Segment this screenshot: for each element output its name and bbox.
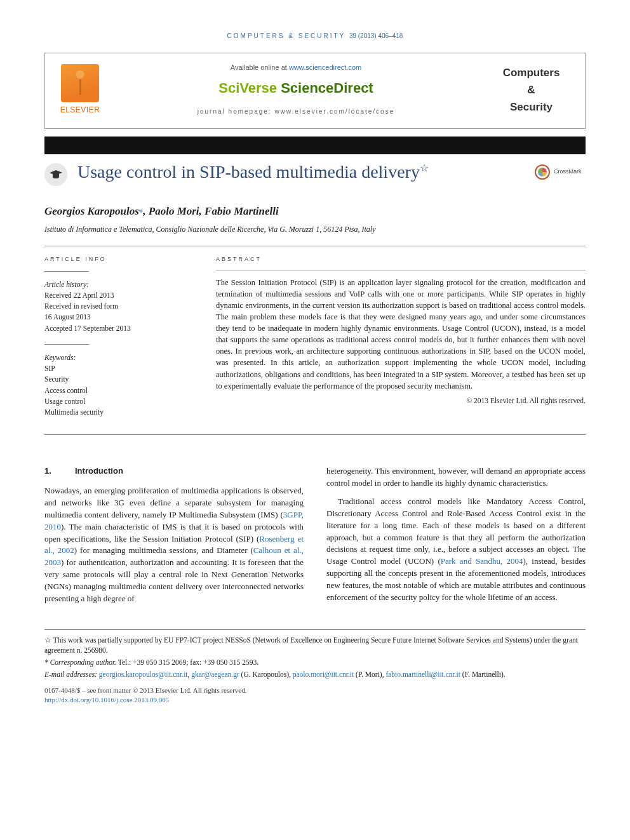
elsevier-logo: ELSEVIER xyxy=(58,64,102,116)
keyword: Multimedia security xyxy=(44,407,191,418)
rule-short xyxy=(44,344,89,345)
crossmark-icon xyxy=(535,164,550,180)
doi-link[interactable]: http://dx.doi.org/10.1016/j.cose.2013.09… xyxy=(44,696,169,703)
email-link[interactable]: fabio.martinelli@iit.cnr.it xyxy=(385,670,460,678)
sciverse-sciencedirect-logo: SciVerse ScienceDirect xyxy=(115,78,477,98)
elsevier-tree-icon xyxy=(61,64,99,102)
abstract-text: The Session Initiation Protocol (SIP) is… xyxy=(216,277,586,392)
footnotes: ☆ This work was partially supported by E… xyxy=(44,629,586,705)
article-title: Usage control in SIP-based multimedia de… xyxy=(77,161,525,183)
section-divider-bar xyxy=(44,137,586,154)
footnote-emails: E-mail addresses: georgios.karopoulos@ii… xyxy=(44,669,586,679)
sciencedirect-link[interactable]: www.sciencedirect.com xyxy=(289,63,361,71)
email-link[interactable]: georgios.karopoulos@iit.cnr.it xyxy=(99,670,188,678)
rule xyxy=(216,270,586,270)
journal-name-box: Computers & Security xyxy=(490,64,572,116)
email-link[interactable]: paolo.mori@iit.cnr.it xyxy=(293,670,354,678)
citation-pages: 39 (2013) 406–418 xyxy=(349,32,403,39)
keyword: SIP xyxy=(44,363,191,374)
footnote-funding: ☆ This work was partially supported by E… xyxy=(44,635,586,655)
rule xyxy=(44,434,586,435)
authors-line: Georgios Karopoulos*, Paolo Mori, Fabio … xyxy=(44,204,586,220)
journal-caps: COMPUTERS & SECURITY xyxy=(227,32,346,39)
email-link[interactable]: gkar@aegean.gr xyxy=(191,670,239,678)
section-heading-1: 1.Introduction xyxy=(44,465,304,477)
article-info-column: ARTICLE INFO Article history: Received 2… xyxy=(44,255,191,429)
footnote-corresponding: * Corresponding author. Tel.: +39 050 31… xyxy=(44,657,586,667)
crossmark-badge[interactable]: CrossMark xyxy=(535,164,586,180)
rule xyxy=(44,246,586,246)
citation-link[interactable]: Park and Sandhu, 2004 xyxy=(441,556,523,566)
title-footnote-star: ☆ xyxy=(420,162,429,173)
paragraph: heterogeneity. This environment, however… xyxy=(326,465,586,490)
academic-cap-icon xyxy=(44,163,67,186)
keyword: Usage control xyxy=(44,396,191,407)
rule-short xyxy=(44,271,89,272)
abstract-copyright: © 2013 Elsevier Ltd. All rights reserved… xyxy=(216,396,586,406)
keywords-block: Keywords: SIP Security Access control Us… xyxy=(44,352,191,418)
keyword: Security xyxy=(44,374,191,385)
journal-homepage-line: journal homepage: www.elsevier.com/locat… xyxy=(115,107,477,117)
article-info-label: ARTICLE INFO xyxy=(44,255,191,263)
keyword: Access control xyxy=(44,385,191,396)
journal-homepage-url: www.elsevier.com/locate/cose xyxy=(274,108,394,115)
paragraph: Traditional access control models like M… xyxy=(326,496,586,604)
affiliation: Istituto di Informatica e Telematica, Co… xyxy=(44,224,586,235)
front-matter: 0167-4048/$ – see front matter © 2013 El… xyxy=(44,686,586,705)
article-history: Article history: Received 22 April 2013 … xyxy=(44,279,191,334)
available-online-line: Available online at www.sciencedirect.co… xyxy=(115,63,477,73)
body-two-column: 1.Introduction Nowadays, an emerging pro… xyxy=(44,465,586,611)
running-citation: COMPUTERS & SECURITY 39 (2013) 406–418 xyxy=(44,32,586,41)
journal-header: ELSEVIER Available online at www.science… xyxy=(44,53,586,129)
elsevier-wordmark: ELSEVIER xyxy=(58,105,102,116)
abstract-label: ABSTRACT xyxy=(216,255,586,263)
abstract-column: ABSTRACT The Session Initiation Protocol… xyxy=(216,255,586,429)
paragraph: Nowadays, an emerging proliferation of m… xyxy=(44,485,304,604)
